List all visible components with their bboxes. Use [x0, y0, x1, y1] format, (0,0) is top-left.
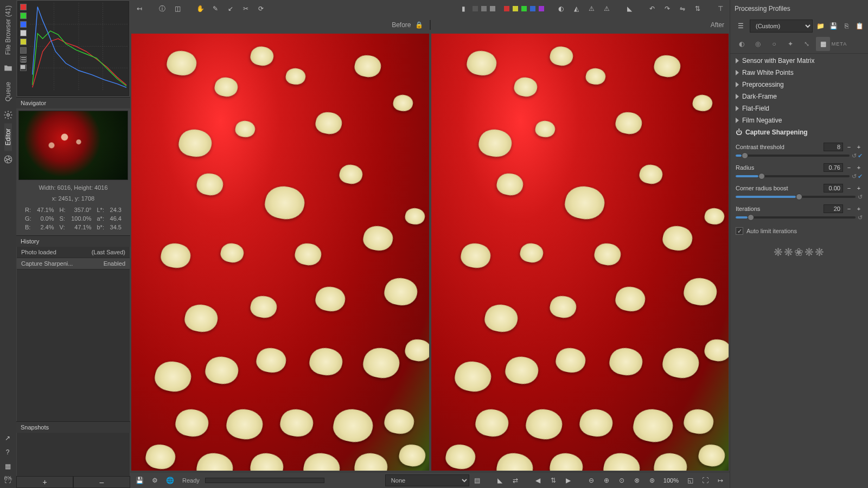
iterations-slider[interactable] — [736, 216, 856, 219]
nav-updown-icon[interactable]: ⇅ — [546, 473, 560, 487]
zoom-fit-icon[interactable]: ⊙ — [615, 473, 629, 487]
fullscreen-icon[interactable]: ⛶ — [1, 474, 14, 487]
zoom-100-icon[interactable]: ⊛ — [645, 473, 659, 487]
reset-icon[interactable]: ↺ — [858, 194, 863, 201]
rail-tab-file-browser[interactable]: File Browser (41) — [4, 0, 12, 60]
tab-detail-icon[interactable]: ◎ — [751, 37, 765, 51]
hand-icon[interactable]: ✋ — [193, 2, 207, 16]
tab-color-icon[interactable]: ○ — [767, 37, 781, 51]
color-tag-yellow[interactable] — [513, 6, 518, 11]
rail-tab-editor[interactable]: Editor — [4, 123, 12, 151]
reset-icon[interactable]: ↺ — [858, 214, 863, 221]
history-list[interactable]: Photo loaded(Last Saved) Capture Sharpen… — [17, 247, 130, 421]
panel-toggle-icon[interactable]: ↤ — [132, 2, 146, 16]
hist-toggle-luma[interactable] — [20, 30, 27, 36]
rotate-left-icon[interactable]: ↶ — [645, 2, 659, 16]
contrast-threshold-value[interactable]: 8 — [824, 143, 843, 151]
corner-boost-value[interactable]: 0.00 — [824, 184, 843, 192]
fullscreen-toggle-icon[interactable]: ⛶ — [698, 473, 712, 487]
profile-mode-icon[interactable]: ☰ — [733, 19, 748, 33]
profile-copy-icon[interactable]: ⎘ — [841, 21, 852, 31]
detail-window-icon[interactable]: ◱ — [683, 473, 697, 487]
auto-limit-checkbox[interactable]: ✓Auto limit iterations — [736, 227, 863, 235]
minus-icon[interactable]: − — [845, 206, 853, 212]
lock-icon[interactable]: 🔒 — [414, 20, 424, 30]
profile-select[interactable]: (Custom) — [750, 20, 813, 33]
minus-icon[interactable]: − — [845, 164, 853, 171]
history-row[interactable]: Photo loaded(Last Saved) — [17, 247, 130, 258]
navigator-thumbnail[interactable] — [18, 111, 128, 180]
gear-icon[interactable] — [3, 110, 13, 120]
hist-toggle-green[interactable] — [20, 12, 27, 19]
profile-paste-icon[interactable]: 📋 — [854, 21, 865, 31]
minus-icon[interactable]: − — [845, 185, 853, 191]
tab-exposure-icon[interactable]: ◐ — [735, 37, 749, 51]
arrow-icon[interactable]: ↗ — [1, 432, 14, 445]
plus-icon[interactable]: + — [855, 206, 863, 212]
bg-copy-icon[interactable]: ▤ — [470, 473, 484, 487]
tab-meta-icon[interactable]: META — [832, 37, 846, 51]
section-sensor-bayer[interactable]: Sensor with Bayer Matrix — [730, 55, 868, 67]
nav-prev-icon[interactable]: ◀ — [531, 473, 545, 487]
minus-icon[interactable]: − — [845, 144, 853, 150]
radius-value[interactable]: 0.76 — [824, 163, 843, 172]
zoom-out-icon[interactable]: ⊖ — [584, 473, 598, 487]
folder-icon[interactable] — [3, 63, 13, 73]
panel-right-toggle-icon[interactable]: ↦ — [713, 473, 727, 487]
plus-icon[interactable]: + — [855, 185, 863, 191]
section-dark-frame[interactable]: Dark-Frame — [730, 91, 868, 102]
snapshot-remove-button[interactable]: – — [73, 476, 130, 488]
clip-highlight-icon[interactable]: ◭ — [569, 2, 583, 16]
color-tag-green[interactable] — [521, 6, 527, 11]
picker-icon[interactable]: ✎ — [208, 2, 222, 16]
prev-image-icon[interactable]: ◣ — [493, 473, 507, 487]
zoom-in-icon[interactable]: ⊕ — [599, 473, 614, 487]
hist-toggle-blue[interactable] — [20, 21, 27, 28]
hist-toggle-chroma[interactable] — [20, 38, 27, 45]
auto-check-icon[interactable]: ✔ — [858, 173, 863, 180]
viewer[interactable] — [130, 33, 730, 472]
tab-transform-icon[interactable]: ⤡ — [800, 37, 814, 51]
profile-load-icon[interactable]: 📁 — [815, 21, 826, 31]
section-flat-field[interactable]: Flat-Field — [730, 102, 868, 114]
iterations-value[interactable]: 20 — [824, 204, 843, 213]
reset-icon[interactable]: ↺ — [852, 173, 857, 180]
warn-shadow-icon[interactable]: ⚠ — [584, 2, 598, 16]
color-tag-grey[interactable] — [481, 6, 487, 11]
auto-check-icon[interactable]: ✔ — [858, 152, 863, 159]
rotate-right-icon[interactable]: ↷ — [660, 2, 674, 16]
tab-advanced-icon[interactable]: ✦ — [783, 37, 797, 51]
color-tag-grey2[interactable] — [490, 6, 495, 11]
view-after[interactable] — [431, 34, 729, 471]
contrast-threshold-slider[interactable] — [736, 155, 850, 157]
background-select[interactable]: None — [385, 474, 469, 486]
external-editor-icon[interactable]: 🌐 — [163, 473, 177, 487]
compare-icon[interactable]: ◫ — [170, 2, 184, 16]
section-capture-sharpening[interactable]: ⏻Capture Sharpening — [730, 126, 868, 138]
color-tag-blue[interactable] — [530, 6, 535, 11]
gamut-icon[interactable]: ◣ — [622, 2, 636, 16]
rating-icon[interactable]: ▮ — [456, 2, 470, 16]
histogram[interactable]: ☰ ▀ — [17, 1, 129, 96]
section-raw-white-points[interactable]: Raw White Points — [730, 67, 868, 79]
straighten-icon[interactable]: ⟳ — [254, 2, 268, 16]
tab-raw-icon[interactable]: ▦ — [816, 37, 830, 51]
view-before[interactable] — [131, 34, 429, 471]
queue-icon[interactable]: ⚙ — [148, 473, 162, 487]
info-icon[interactable]: ⓘ — [155, 2, 169, 16]
plus-icon[interactable]: + — [855, 164, 863, 171]
power-icon[interactable]: ⏻ — [736, 129, 742, 136]
hist-toggle-bar[interactable]: ▀ — [20, 65, 27, 71]
sync-icon[interactable]: ⇄ — [508, 473, 522, 487]
snapshots-list[interactable] — [17, 433, 130, 476]
snapshot-add-button[interactable]: + — [16, 476, 73, 488]
section-preprocessing[interactable]: Preprocessing — [730, 79, 868, 91]
grid-icon[interactable]: ▦ — [1, 460, 14, 473]
hist-toggle-mode[interactable]: ☰ — [20, 56, 27, 62]
wb-picker-icon[interactable]: ↙ — [224, 2, 238, 16]
radius-slider[interactable] — [736, 175, 850, 177]
color-tag-none[interactable] — [473, 6, 478, 11]
flip-v-icon[interactable]: ⇅ — [691, 2, 705, 16]
flip-h-icon[interactable]: ⇋ — [675, 2, 690, 16]
reset-icon[interactable]: ↺ — [852, 152, 857, 159]
